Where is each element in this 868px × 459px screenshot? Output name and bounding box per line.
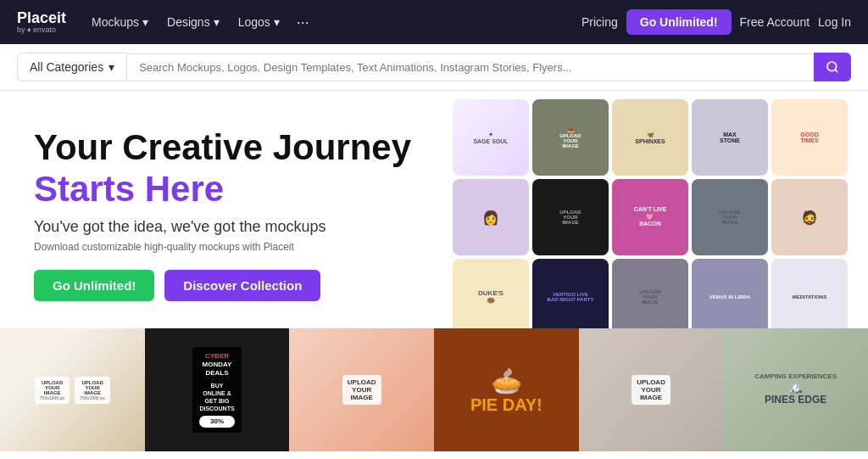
chevron-down-icon: ▾	[274, 15, 280, 29]
nav-more[interactable]: ···	[290, 8, 316, 36]
search-input[interactable]	[127, 54, 814, 81]
nav-logos[interactable]: Logos ▾	[230, 10, 288, 34]
navbar: Placeit by ♦ envato Mockups ▾ Designs ▾ …	[0, 0, 868, 44]
search-input-wrap	[126, 53, 814, 81]
logo-sub: by ♦ envato	[17, 26, 66, 34]
go-unlimited-button[interactable]: Go Unlimited!	[626, 9, 732, 35]
hero-section: Your Creative Journey Starts Here You've…	[0, 91, 868, 328]
gallery-item-cyber[interactable]: CYBER MONDAY DEALS BUYONLINE &GET BIGDIS…	[145, 328, 290, 451]
hero-unlimited-button[interactable]: Go Unlimited!	[34, 270, 154, 301]
nav-designs[interactable]: Designs ▾	[159, 10, 228, 34]
nav-items: Mockups ▾ Designs ▾ Logos ▾ ···	[83, 8, 578, 36]
mosaic-cell: VENUS IN LIBRA	[692, 259, 768, 328]
gallery-strip: UPLOADYOURIMAGE750x1000 px UPLOADYOURIMA…	[0, 328, 868, 451]
gallery-item-tshirt-woman[interactable]: UPLOADYOURIMAGE	[289, 328, 434, 451]
hero-buttons: Go Unlimited! Discover Collection	[34, 270, 441, 301]
mosaic-cell: DUKE'S🍩	[453, 259, 529, 328]
hero-title-accent: Starts Here	[34, 169, 441, 210]
gallery-item-hoodie-man[interactable]: UPLOADYOURIMAGE	[579, 328, 724, 451]
mosaic-cell: 📤UPLOADYOURIMAGE	[532, 99, 609, 176]
mosaic-cell: 🧔	[771, 179, 848, 255]
mosaic-cell: MEDITATIONS	[771, 259, 848, 328]
gallery-item-pie-day[interactable]: 🥧 PIE DAY!	[434, 328, 579, 451]
mosaic-cell: UPLOADYOURIMAGE	[692, 179, 768, 255]
search-icon	[826, 60, 839, 74]
chevron-down-icon: ▾	[214, 15, 220, 29]
search-bar: All Categories ▾	[0, 44, 868, 91]
mosaic-cell: ✦SAGE SOUL	[453, 99, 529, 176]
free-account-link[interactable]: Free Account	[740, 15, 810, 29]
hero-text: Your Creative Journey Starts Here You've…	[34, 126, 441, 301]
logo-name: Placeit	[17, 9, 66, 26]
mosaic-cell: UPLOADYOURIMAGE	[532, 179, 609, 255]
hero-subtitle: You've got the idea, we've got the mocku…	[34, 218, 441, 236]
mosaic-cell: GOODTIMES	[771, 99, 848, 176]
nav-right: Pricing Go Unlimited! Free Account Log I…	[581, 9, 851, 35]
hero-title-line1: Your Creative Journey	[34, 126, 441, 169]
gallery-item-tshirt-couple[interactable]: UPLOADYOURIMAGE750x1000 px UPLOADYOURIMA…	[0, 328, 145, 451]
mosaic-cell: MAXSTONE	[692, 99, 768, 176]
mosaic-cell: 👩	[453, 179, 529, 255]
pricing-link[interactable]: Pricing	[581, 15, 618, 29]
hero-mosaic: ✦SAGE SOUL 📤UPLOADYOURIMAGE 🦋SPHINXES MA…	[444, 91, 868, 328]
nav-mockups[interactable]: Mockups ▾	[83, 10, 157, 34]
pines-sub: CAMPING EXPERIENCES	[754, 372, 837, 380]
mosaic-cell: UPLOADYOURIMAGE	[612, 259, 688, 328]
chevron-down-icon: ▾	[142, 15, 148, 29]
chevron-down-icon: ▾	[108, 60, 114, 74]
gallery-item-pines-edge[interactable]: CAMPING EXPERIENCES 🏔️ PINES EDGE	[723, 328, 868, 451]
mosaic-cell: VERTIGO LIVEBAD NIGHT PARTY	[532, 259, 609, 328]
category-label: All Categories	[30, 60, 103, 74]
category-dropdown[interactable]: All Categories ▾	[17, 53, 126, 81]
search-button[interactable]	[814, 53, 851, 81]
logo[interactable]: Placeit by ♦ envato	[17, 10, 66, 34]
pines-title: PINES EDGE	[765, 394, 826, 407]
mosaic-cell: 🦋SPHINXES	[612, 99, 688, 176]
hero-desc: Download customizable high-quality mocku…	[34, 241, 441, 253]
mosaic-cell: CAN'T LIVE🩷BACON	[612, 179, 688, 255]
hero-discover-button[interactable]: Discover Collection	[164, 270, 320, 301]
svg-point-0	[827, 62, 837, 71]
svg-line-1	[835, 70, 837, 72]
login-link[interactable]: Log In	[818, 15, 851, 29]
